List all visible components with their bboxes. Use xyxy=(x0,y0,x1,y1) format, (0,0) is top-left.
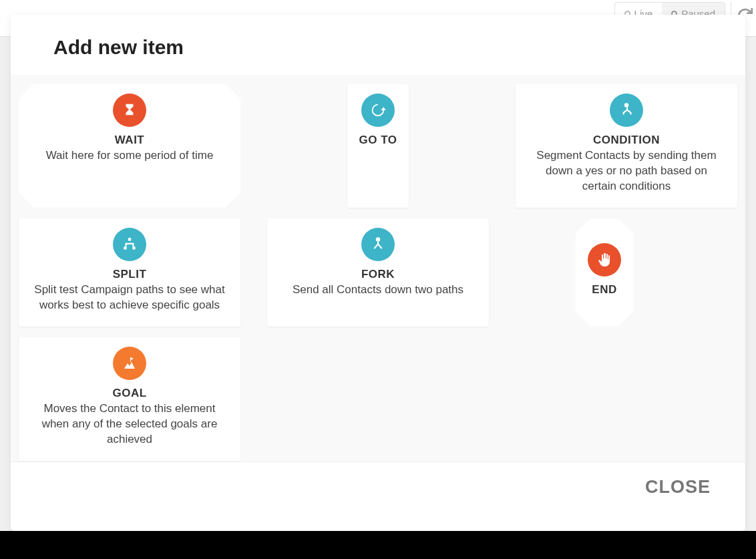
split-tree-icon xyxy=(113,228,146,261)
modal-body: WAIT Wait here for some period of time G… xyxy=(11,75,745,461)
item-fork-title: FORK xyxy=(361,268,395,281)
stop-hand-icon xyxy=(588,243,621,276)
item-fork-desc: Send all Contacts down two paths xyxy=(293,283,463,298)
hourglass-icon xyxy=(113,94,146,127)
svg-point-4 xyxy=(376,237,381,242)
item-end-title: END xyxy=(592,283,616,297)
item-split-title: SPLIT xyxy=(113,268,147,281)
item-end[interactable]: END xyxy=(576,218,633,327)
item-grid: WAIT Wait here for some period of time G… xyxy=(19,84,737,461)
item-condition-title: CONDITION xyxy=(593,134,660,147)
modal-title: Add new item xyxy=(53,36,703,59)
item-wait-desc: Wait here for some period of time xyxy=(46,148,214,164)
svg-rect-3 xyxy=(132,246,135,249)
item-split[interactable]: SPLIT Split test Campaign paths to see w… xyxy=(19,218,240,327)
item-condition-desc: Segment Contacts by sending them down a … xyxy=(528,148,725,194)
item-split-desc: Split test Campaign paths to see what wo… xyxy=(31,283,228,313)
close-button[interactable]: CLOSE xyxy=(645,477,711,498)
goto-arrow-icon xyxy=(361,94,395,127)
modal-footer: CLOSE xyxy=(11,461,745,531)
item-condition[interactable]: CONDITION Segment Contacts by sending th… xyxy=(516,84,737,208)
item-goto-title: GO TO xyxy=(359,134,397,147)
svg-point-0 xyxy=(624,103,629,108)
add-item-modal: Add new item WAIT Wait here for some per… xyxy=(11,15,745,531)
item-goto[interactable]: GO TO xyxy=(347,84,409,208)
item-fork[interactable]: FORK Send all Contacts down two paths xyxy=(267,218,489,327)
item-goal-title: GOAL xyxy=(112,387,146,400)
modal-header: Add new item xyxy=(11,15,745,75)
item-wait-title: WAIT xyxy=(115,134,145,147)
svg-rect-1 xyxy=(128,238,131,240)
goal-flag-icon xyxy=(113,347,146,380)
item-wait[interactable]: WAIT Wait here for some period of time xyxy=(19,84,240,208)
condition-branch-icon xyxy=(610,94,643,127)
fork-icon xyxy=(361,228,395,261)
item-goal[interactable]: GOAL Moves the Contact to this element w… xyxy=(19,337,240,461)
svg-rect-2 xyxy=(124,246,126,249)
item-goal-desc: Moves the Contact to this element when a… xyxy=(31,401,228,447)
